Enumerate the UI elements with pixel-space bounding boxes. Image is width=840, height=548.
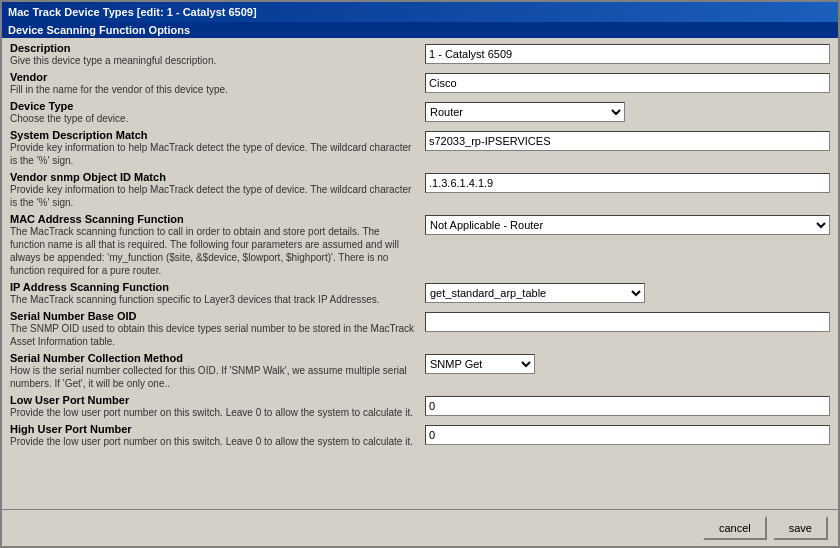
high-port-label: High User Port Number [10, 423, 417, 435]
serial-method-label: Serial Number Collection Method [10, 352, 417, 364]
window-title: Mac Track Device Types [edit: 1 - Cataly… [8, 6, 257, 18]
serial-oid-label: Serial Number Base OID [10, 310, 417, 322]
ip-scan-desc: The MacTrack scanning function specific … [10, 293, 417, 306]
serial-oid-desc: The SNMP OID used to obtain this device … [10, 322, 417, 348]
section-header: Device Scanning Function Options [2, 22, 838, 38]
title-bar: Mac Track Device Types [edit: 1 - Cataly… [2, 2, 838, 22]
mac-scan-desc: The MacTrack scanning function to call i… [10, 225, 417, 277]
content-area: Description Give this device type a mean… [2, 38, 838, 509]
sys-desc-input[interactable] [425, 131, 830, 151]
vendor-row: Vendor Fill in the name for the vendor o… [10, 71, 830, 96]
ip-scan-select[interactable]: get_standard_arp_table None get_cisco_ar… [425, 283, 645, 303]
vendor-oid-input[interactable] [425, 173, 830, 193]
description-row: Description Give this device type a mean… [10, 42, 830, 67]
description-label: Description [10, 42, 417, 54]
high-port-desc: Provide the low user port number on this… [10, 435, 417, 448]
vendor-oid-row: Vendor snmp Object ID Match Provide key … [10, 171, 830, 209]
low-port-desc: Provide the low user port number on this… [10, 406, 417, 419]
sys-desc-row: System Description Match Provide key inf… [10, 129, 830, 167]
description-desc: Give this device type a meaningful descr… [10, 54, 417, 67]
footer: cancel save [2, 509, 838, 546]
low-port-input[interactable] [425, 396, 830, 416]
device-type-row: Device Type Choose the type of device. R… [10, 100, 830, 125]
cancel-button[interactable]: cancel [703, 516, 767, 540]
vendor-label: Vendor [10, 71, 417, 83]
mac-scan-row: MAC Address Scanning Function The MacTra… [10, 213, 830, 277]
vendor-input[interactable] [425, 73, 830, 93]
serial-method-desc: How is the serial number collected for t… [10, 364, 417, 390]
high-port-row: High User Port Number Provide the low us… [10, 423, 830, 448]
sys-desc-desc: Provide key information to help MacTrack… [10, 141, 417, 167]
device-type-select[interactable]: Router Switch Hub Other [425, 102, 625, 122]
ip-scan-label: IP Address Scanning Function [10, 281, 417, 293]
ip-scan-row: IP Address Scanning Function The MacTrac… [10, 281, 830, 306]
vendor-oid-desc: Provide key information to help MacTrack… [10, 183, 417, 209]
sys-desc-label: System Description Match [10, 129, 417, 141]
device-type-desc: Choose the type of device. [10, 112, 417, 125]
mac-scan-select[interactable]: Not Applicable - Router get_base_dot1dTp… [425, 215, 830, 235]
main-window: Mac Track Device Types [edit: 1 - Cataly… [0, 0, 840, 548]
serial-method-select[interactable]: SNMP Get SNMP Walk [425, 354, 535, 374]
vendor-desc: Fill in the name for the vendor of this … [10, 83, 417, 96]
serial-oid-input[interactable] [425, 312, 830, 332]
mac-scan-label: MAC Address Scanning Function [10, 213, 417, 225]
high-port-input[interactable] [425, 425, 830, 445]
vendor-oid-label: Vendor snmp Object ID Match [10, 171, 417, 183]
low-port-row: Low User Port Number Provide the low use… [10, 394, 830, 419]
serial-method-row: Serial Number Collection Method How is t… [10, 352, 830, 390]
description-input[interactable] [425, 44, 830, 64]
serial-oid-row: Serial Number Base OID The SNMP OID used… [10, 310, 830, 348]
low-port-label: Low User Port Number [10, 394, 417, 406]
device-type-label: Device Type [10, 100, 417, 112]
save-button[interactable]: save [773, 516, 828, 540]
